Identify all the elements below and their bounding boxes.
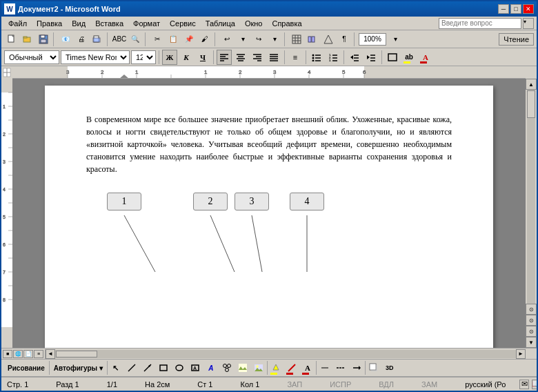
line-style-button[interactable] bbox=[317, 360, 332, 375]
bold-button[interactable]: Ж bbox=[162, 50, 177, 65]
dash-style-button[interactable] bbox=[333, 360, 348, 375]
svg-marker-45 bbox=[350, 55, 353, 59]
research-button[interactable]: 🔍 bbox=[128, 32, 143, 47]
view-buttons: ■ 🌐 📄 ≡ bbox=[1, 349, 46, 359]
show-hide-button[interactable]: ¶ bbox=[337, 32, 352, 47]
underline-button[interactable]: Ч bbox=[195, 50, 210, 65]
menu-edit[interactable]: Правка bbox=[32, 18, 66, 29]
rectangle-tool-button[interactable] bbox=[156, 360, 171, 375]
diagram-button[interactable] bbox=[219, 360, 235, 375]
horizontal-ruler: 3 2 1 1 2 3 4 5 6 bbox=[12, 66, 526, 79]
outside-border-button[interactable] bbox=[385, 50, 400, 65]
format-painter-button[interactable]: 🖌 bbox=[197, 32, 212, 47]
select-objects-button[interactable]: ↖ bbox=[108, 360, 123, 375]
scroll-next-page-button[interactable]: ⊙ bbox=[526, 326, 537, 337]
menu-file[interactable]: Файл bbox=[4, 18, 31, 29]
font-color-draw-button[interactable]: A bbox=[300, 360, 315, 375]
web-view-button[interactable]: 🌐 bbox=[13, 350, 23, 358]
drawing-toggle-button[interactable]: Рисование bbox=[4, 360, 48, 375]
insert-columns-button[interactable] bbox=[305, 32, 320, 47]
autoshapes-button[interactable]: Автофигуры ▾ bbox=[50, 360, 106, 375]
text-box-button[interactable]: A bbox=[188, 360, 203, 375]
wordart-button[interactable]: A bbox=[203, 360, 219, 375]
menu-tools[interactable]: Сервис bbox=[166, 18, 200, 29]
align-right-button[interactable] bbox=[250, 50, 265, 65]
italic-button[interactable]: К bbox=[179, 50, 194, 65]
font-color-button[interactable]: A bbox=[418, 50, 433, 65]
scroll-up-button[interactable]: ▲ bbox=[526, 79, 537, 90]
scroll-select-page-button[interactable]: ⊙ bbox=[526, 315, 537, 326]
minimize-button[interactable]: ─ bbox=[498, 4, 509, 14]
print-button[interactable]: 🖨 bbox=[74, 32, 89, 47]
status-column: Кол 1 bbox=[240, 380, 259, 389]
line-tool-button[interactable] bbox=[124, 360, 139, 375]
copy-button[interactable]: 📋 bbox=[166, 32, 181, 47]
spellcheck-button[interactable]: ABC bbox=[112, 32, 127, 47]
shadow-button[interactable] bbox=[366, 360, 381, 375]
search-input[interactable] bbox=[439, 18, 521, 29]
email-button[interactable]: 📧 bbox=[58, 32, 73, 47]
separator bbox=[107, 32, 110, 46]
menu-format[interactable]: Формат bbox=[129, 18, 164, 29]
menu-insert[interactable]: Вставка bbox=[91, 18, 128, 29]
3d-button[interactable]: 3D bbox=[382, 360, 397, 375]
scroll-prev-page-button[interactable]: ⊙ bbox=[526, 304, 537, 315]
ellipse-tool-button[interactable] bbox=[172, 360, 187, 375]
highlight-button[interactable]: ab bbox=[401, 50, 417, 65]
align-center-button[interactable] bbox=[233, 50, 248, 65]
zoom-dropdown[interactable]: ▾ bbox=[388, 32, 403, 47]
print-view-button[interactable]: 📄 bbox=[23, 350, 33, 358]
close-button[interactable]: ✕ bbox=[523, 4, 534, 14]
status-page-count: 1/1 bbox=[107, 380, 117, 389]
cut-button[interactable]: ✂ bbox=[150, 32, 165, 47]
scroll-down-button[interactable]: ▼ bbox=[526, 337, 537, 348]
arrow-style-button[interactable] bbox=[349, 360, 364, 375]
save-button[interactable] bbox=[36, 32, 51, 47]
number-list-button[interactable]: 1.2.3. bbox=[326, 50, 341, 65]
menu-view[interactable]: Вид bbox=[68, 18, 90, 29]
menu-table[interactable]: Таблица bbox=[201, 18, 239, 29]
svg-text:1: 1 bbox=[135, 69, 139, 75]
undo-button[interactable]: ↩ bbox=[219, 32, 235, 47]
fill-color-button[interactable] bbox=[268, 360, 283, 375]
callout-box-4: 4 bbox=[290, 193, 324, 210]
new-button[interactable] bbox=[4, 32, 19, 47]
h-scroll-right-button[interactable]: ► bbox=[516, 349, 526, 359]
open-button[interactable] bbox=[20, 32, 35, 47]
svg-text:4: 4 bbox=[308, 69, 311, 75]
paste-button[interactable]: 📌 bbox=[181, 32, 197, 47]
bullet-list-button[interactable] bbox=[309, 50, 324, 65]
maximize-button[interactable]: □ bbox=[510, 4, 521, 14]
line-spacing-button[interactable]: ≡ bbox=[288, 50, 303, 65]
menu-help[interactable]: Справка bbox=[268, 18, 306, 29]
scroll-thumb[interactable] bbox=[527, 90, 535, 118]
align-left-button[interactable] bbox=[217, 50, 232, 65]
undo-dropdown[interactable]: ▾ bbox=[235, 32, 250, 47]
print-preview-button[interactable] bbox=[90, 32, 105, 47]
redo-button[interactable]: ↪ bbox=[251, 32, 266, 47]
menu-window[interactable]: Окно bbox=[241, 18, 267, 29]
svg-text:7: 7 bbox=[3, 270, 6, 275]
insert-picture-button[interactable] bbox=[251, 360, 266, 375]
size-select[interactable]: 12 bbox=[131, 50, 156, 64]
redo-dropdown[interactable]: ▾ bbox=[267, 32, 282, 47]
h-scroll-left-button[interactable]: ◄ bbox=[46, 349, 55, 359]
zoom-input[interactable] bbox=[359, 33, 386, 46]
line-color-button[interactable] bbox=[284, 360, 299, 375]
h-scroll-thumb[interactable] bbox=[56, 351, 97, 357]
arrow-tool-button[interactable] bbox=[140, 360, 155, 375]
drawing-button[interactable] bbox=[321, 32, 336, 47]
callouts-area: 1 2 3 4 bbox=[86, 189, 452, 293]
insert-table-button[interactable] bbox=[289, 32, 304, 47]
justify-button[interactable] bbox=[266, 50, 281, 65]
outline-view-button[interactable]: ≡ bbox=[34, 350, 43, 358]
svg-line-106 bbox=[124, 215, 155, 272]
normal-view-button[interactable]: ■ bbox=[3, 350, 12, 358]
clipart-button[interactable] bbox=[235, 360, 250, 375]
increase-indent-button[interactable] bbox=[363, 50, 379, 65]
font-select[interactable]: Times New Roman bbox=[61, 50, 130, 64]
decrease-indent-button[interactable] bbox=[347, 50, 362, 65]
style-select[interactable]: Обычный bbox=[4, 50, 59, 64]
search-button[interactable]: ▾ bbox=[523, 18, 534, 29]
reading-mode-button[interactable]: Чтение bbox=[499, 33, 534, 46]
